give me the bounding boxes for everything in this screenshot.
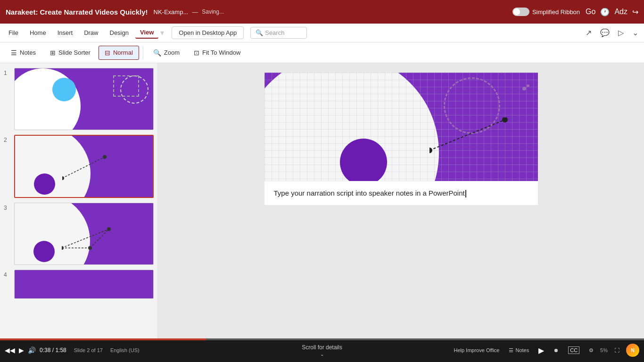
notes-bottom-label: Notes bbox=[515, 347, 529, 353]
normal-button[interactable]: ⊟ Normal bbox=[99, 46, 139, 60]
time-current: 0:38 bbox=[40, 347, 50, 354]
menu-insert[interactable]: Insert bbox=[53, 27, 78, 38]
scroll-info: Scroll for details ⌄ bbox=[302, 344, 342, 357]
help-improve-button[interactable]: Help Improve Office bbox=[451, 346, 502, 354]
share-icon[interactable]: ↗ bbox=[584, 26, 594, 39]
fullscreen-icon: ⛶ bbox=[614, 347, 619, 353]
menu-view[interactable]: View bbox=[135, 27, 158, 39]
slide-thumb-2[interactable] bbox=[14, 135, 154, 198]
bottom-bar: ◀◀ ▶ 🔊 0:38 / 1:58 Slide 2 of 17 English… bbox=[0, 338, 644, 362]
menu-bar: File Home Insert Draw Design View ▾ Open… bbox=[0, 24, 644, 42]
top-bar-right: Go 🕐 Adz ↪ bbox=[586, 8, 638, 16]
simplified-ribbon-label: Simplified Ribbon bbox=[532, 8, 580, 16]
cc-icon: CC bbox=[568, 346, 579, 354]
menu-more-chevron[interactable]: ▾ bbox=[160, 28, 164, 37]
fullscreen-button[interactable]: ⛶ bbox=[611, 346, 622, 354]
slide-sorter-button[interactable]: ⊞ Slide Sorter bbox=[44, 46, 97, 60]
slide-number-1: 1 bbox=[4, 70, 11, 76]
video-controls: ◀◀ ▶ 🔊 0:38 / 1:58 bbox=[5, 346, 66, 354]
slide-number-2: 2 bbox=[4, 137, 11, 143]
slide2-circle-purple bbox=[34, 173, 55, 195]
menu-draw[interactable]: Draw bbox=[79, 27, 103, 38]
record-button[interactable]: ⏺ bbox=[551, 346, 561, 354]
go-button[interactable]: Go bbox=[586, 8, 595, 16]
slide2-dotted-line bbox=[62, 155, 109, 183]
play-button[interactable]: ▶ bbox=[19, 346, 24, 354]
slide-panel: 1 Pythagorean Theorem 2 bbox=[0, 63, 158, 338]
comment-icon[interactable]: 💬 bbox=[598, 26, 611, 39]
play-overlay-button[interactable]: ▶ bbox=[536, 345, 547, 356]
svg-point-2 bbox=[103, 155, 107, 159]
progress-bar-fill bbox=[0, 338, 206, 340]
main-slide-corner-dot bbox=[522, 87, 526, 90]
adz-label[interactable]: Adz bbox=[614, 8, 627, 16]
fit-to-window-label: Fit To Window bbox=[202, 49, 240, 56]
slide-number-3: 3 bbox=[4, 205, 11, 211]
slide4-canvas bbox=[15, 270, 153, 298]
simplified-ribbon-toggle[interactable]: Simplified Ribbon bbox=[512, 8, 580, 16]
settings-button[interactable]: ⚙ bbox=[586, 346, 596, 355]
notes-label: Notes bbox=[20, 49, 36, 56]
svg-line-3 bbox=[62, 229, 109, 248]
top-bar-center: NK-Examp... — Saving... Simplified Ribbo… bbox=[154, 8, 580, 16]
slide-thumb-1[interactable]: Pythagorean Theorem bbox=[14, 68, 154, 130]
fit-to-window-button[interactable]: ⊡ Fit To Window bbox=[188, 46, 247, 60]
slide-info: Slide 2 of 17 bbox=[74, 347, 103, 353]
notes-button[interactable]: ☰ Notes bbox=[5, 46, 42, 60]
clock-icon: 🕐 bbox=[600, 8, 610, 16]
open-desktop-button[interactable]: Open in Desktop App bbox=[172, 26, 244, 39]
text-cursor bbox=[465, 190, 466, 197]
cc-button[interactable]: CC bbox=[565, 345, 582, 355]
notes-icon: ☰ bbox=[11, 49, 17, 57]
record-icon: ⏺ bbox=[553, 347, 559, 353]
more-options-icon[interactable]: ⌄ bbox=[630, 26, 640, 39]
svg-point-10 bbox=[429, 148, 432, 153]
svg-point-7 bbox=[88, 246, 92, 250]
notes-toggle-button[interactable]: ☰ Notes bbox=[506, 346, 532, 355]
svg-point-6 bbox=[62, 246, 64, 250]
scroll-text: Scroll for details bbox=[302, 344, 342, 351]
notes-area: Type your narration script into speaker … bbox=[264, 181, 538, 205]
slide-item-4: 4 bbox=[4, 270, 154, 299]
svg-line-9 bbox=[429, 120, 505, 150]
toggle-knob bbox=[513, 8, 520, 15]
svg-line-0 bbox=[62, 157, 105, 178]
menu-home[interactable]: Home bbox=[25, 27, 51, 38]
slide-item-2: 2 bbox=[4, 135, 154, 198]
slide-item-3: 3 bbox=[4, 203, 154, 265]
slide1-rect bbox=[113, 75, 139, 97]
zoom-percent: 5% bbox=[600, 347, 608, 353]
time-display: 0:38 / 1:58 bbox=[40, 347, 66, 354]
slide-thumb-3[interactable] bbox=[14, 203, 154, 265]
time-total: 1:58 bbox=[55, 347, 66, 354]
normal-icon: ⊟ bbox=[105, 49, 110, 57]
search-box[interactable]: 🔍 Search bbox=[250, 27, 307, 39]
svg-point-1 bbox=[62, 176, 64, 180]
bottom-right-controls: Help Improve Office ☰ Notes ▶ ⏺ CC ⚙ 5% … bbox=[451, 344, 639, 357]
main-slide-area: Type your narration script into speaker … bbox=[158, 63, 644, 338]
forward-icon: ↪ bbox=[632, 8, 638, 16]
filename: NK-Examp... bbox=[154, 8, 189, 16]
slide-number-4: 4 bbox=[4, 272, 11, 278]
progress-bar-container[interactable] bbox=[0, 338, 644, 340]
settings-icon: ⚙ bbox=[589, 347, 594, 354]
menu-file[interactable]: File bbox=[4, 27, 23, 38]
slide3-background bbox=[15, 203, 153, 264]
ribbon-separator-1 bbox=[143, 46, 143, 59]
volume-button[interactable]: 🔊 bbox=[28, 346, 36, 354]
slide-canvas-2 bbox=[15, 136, 153, 197]
main-dotted-line bbox=[429, 117, 514, 155]
prev-button[interactable]: ◀◀ bbox=[5, 346, 15, 354]
help-improve-label: Help Improve Office bbox=[454, 347, 499, 353]
slide2-background bbox=[15, 136, 153, 197]
fit-icon: ⊡ bbox=[194, 49, 199, 57]
slide1-circle-blue bbox=[52, 78, 76, 101]
toggle-switch[interactable] bbox=[512, 8, 529, 16]
menu-design[interactable]: Design bbox=[105, 27, 133, 38]
saving-status: Saving... bbox=[202, 8, 224, 15]
slide-thumb-4[interactable] bbox=[14, 270, 154, 299]
zoom-button[interactable]: 🔍 Zoom bbox=[147, 46, 186, 60]
corner-dot-small bbox=[527, 84, 529, 87]
present-icon[interactable]: ▷ bbox=[616, 26, 626, 39]
slide-canvas-3 bbox=[15, 203, 153, 264]
